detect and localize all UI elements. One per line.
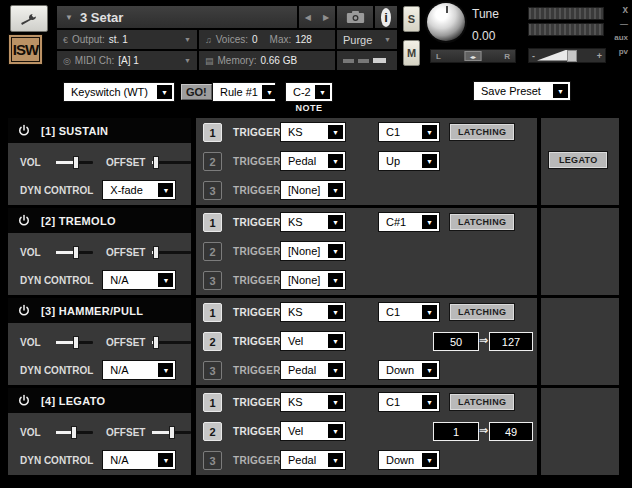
trigger-type-dropdown[interactable]: KS▼ (280, 212, 346, 232)
mute-button[interactable]: M (403, 40, 420, 66)
go-button[interactable]: GO! (181, 84, 212, 100)
pv-toggle[interactable]: pv (600, 45, 628, 59)
vol-slider[interactable] (56, 161, 93, 164)
vol-slider-handle[interactable] (73, 156, 79, 169)
latching-button[interactable]: LATCHING (450, 394, 514, 410)
vel-min-value[interactable]: 50 (433, 332, 479, 351)
articulation-right-panel (541, 388, 619, 475)
save-preset-dropdown[interactable]: Save Preset ▼ (473, 81, 571, 101)
info-section[interactable]: i (375, 6, 397, 28)
trigger-type-dropdown[interactable]: [None]▼ (280, 241, 346, 261)
vol-slider[interactable] (56, 251, 93, 254)
trigger-pedal-dropdown[interactable]: Down▼ (378, 360, 440, 380)
snapshot-section[interactable] (337, 6, 373, 28)
memory-value: 0.66 GB (260, 55, 297, 66)
trigger-type-dropdown[interactable]: Pedal▼ (280, 151, 346, 171)
trigger-pedal-dropdown[interactable]: Down▼ (378, 450, 440, 470)
midi-channel-selector[interactable]: ◎ MIDI Ch: [A] 1 ▼ (57, 51, 197, 70)
instrument-title-bar[interactable]: ▼ 3 Setar (57, 6, 297, 28)
trigger-type-dropdown-value: Vel (283, 335, 328, 347)
vel-min-value[interactable]: 1 (433, 422, 479, 441)
pan-handle[interactable]: ◂▸ (465, 51, 482, 61)
latching-button[interactable]: LATCHING (450, 124, 514, 140)
trigger-type-dropdown[interactable]: KS▼ (280, 122, 346, 142)
note-dropdown[interactable]: C-2 ▼ (285, 82, 333, 102)
vol-slider-handle[interactable] (73, 246, 79, 259)
prev-instrument-button[interactable]: ◀ (305, 13, 311, 22)
offset-slider[interactable] (152, 251, 191, 254)
dyn-control-dropdown[interactable]: X-fade▼ (102, 180, 176, 200)
power-button[interactable] (18, 214, 30, 227)
latching-button[interactable]: LATCHING (450, 214, 514, 230)
next-instrument-button[interactable]: ▶ (323, 13, 329, 22)
purge-menu[interactable]: Purge ▼ (337, 30, 397, 49)
power-button[interactable] (18, 304, 30, 317)
trigger-select-button[interactable]: 1 (203, 303, 222, 322)
minimize-button[interactable]: — (600, 17, 628, 31)
volume-handle[interactable] (567, 50, 577, 62)
trigger-select-button[interactable]: 2 (203, 152, 222, 171)
trigger-select-button[interactable]: 2 (203, 242, 222, 261)
trigger-type-dropdown[interactable]: Pedal▼ (280, 360, 346, 380)
trigger-select-button[interactable]: 1 (203, 123, 222, 142)
power-button[interactable] (18, 124, 30, 137)
trigger-select-button[interactable]: 2 (203, 332, 222, 351)
trigger-select-button[interactable]: 1 (203, 393, 222, 412)
dyn-control-label: DYN CONTROL (20, 365, 93, 376)
max-value: 128 (295, 34, 312, 45)
offset-slider[interactable] (152, 431, 191, 434)
vol-slider[interactable] (56, 431, 93, 434)
trigger-pedal-dropdown[interactable]: Up▼ (378, 151, 440, 171)
pan-slider[interactable]: L ◂▸ R (430, 49, 516, 63)
trigger-note-dropdown[interactable]: C1▼ (378, 392, 440, 412)
trigger-type-dropdown[interactable]: KS▼ (280, 302, 346, 322)
close-button[interactable]: x (600, 3, 628, 17)
offset-slider-handle[interactable] (153, 246, 159, 259)
volume-slider[interactable]: - + (528, 48, 606, 63)
volume-track[interactable] (537, 50, 595, 62)
offset-slider-handle[interactable] (153, 156, 159, 169)
dyn-control-dropdown[interactable]: N/A▼ (102, 360, 176, 380)
trigger-select-button[interactable]: 2 (203, 422, 222, 441)
trigger-type-dropdown[interactable]: [None]▼ (280, 180, 346, 200)
trigger-select-button[interactable]: 1 (203, 213, 222, 232)
trigger-note-dropdown[interactable]: C1▼ (378, 122, 440, 142)
trigger-select-button[interactable]: 3 (203, 181, 222, 200)
trigger-note-dropdown[interactable]: C#1▼ (378, 212, 440, 232)
keyswitch-mode-dropdown[interactable]: Keyswitch (WT) ▼ (63, 82, 175, 102)
vol-slider[interactable] (56, 341, 93, 344)
tune-knob[interactable] (427, 3, 465, 41)
offset-slider-handle[interactable] (169, 426, 175, 439)
rule-dropdown[interactable]: Rule #1 ▼ (212, 82, 276, 102)
latching-button[interactable]: LATCHING (450, 304, 514, 320)
edit-wrench-button[interactable] (10, 5, 48, 32)
articulation-right-panel (541, 298, 619, 385)
trigger-select-button[interactable]: 3 (203, 361, 222, 380)
legato-button[interactable]: LEGATO (549, 152, 607, 168)
aux-toggle[interactable]: aux (600, 31, 628, 45)
vol-slider-handle[interactable] (71, 426, 77, 439)
solo-button[interactable]: S (403, 6, 420, 32)
dyn-control-dropdown[interactable]: N/A▼ (102, 270, 176, 290)
trigger-type-dropdown[interactable]: Vel▼ (280, 421, 346, 441)
dyn-control-dropdown[interactable]: N/A▼ (102, 450, 176, 470)
offset-label: OFFSET (106, 337, 145, 348)
offset-slider-handle[interactable] (153, 336, 159, 349)
vel-max-value[interactable]: 49 (489, 422, 533, 441)
trigger-type-dropdown[interactable]: Vel▼ (280, 331, 346, 351)
trigger-select-button[interactable]: 3 (203, 271, 222, 290)
vol-slider-handle[interactable] (73, 336, 79, 349)
output-selector[interactable]: € Output: st. 1 ▼ (57, 30, 197, 49)
power-button[interactable] (18, 394, 30, 407)
dropdown-arrow-icon: ▼ (328, 453, 343, 467)
trigger-select-button[interactable]: 3 (203, 451, 222, 470)
trigger-type-dropdown[interactable]: [None]▼ (280, 270, 346, 290)
offset-slider[interactable] (152, 341, 191, 344)
vel-max-value[interactable]: 127 (489, 332, 533, 351)
trigger-label: TRIGGER (233, 275, 281, 286)
articulation-list: [1] SUSTAINVOLOFFSETDYN CONTROLX-fade▼1T… (0, 118, 632, 478)
trigger-type-dropdown[interactable]: KS▼ (280, 392, 346, 412)
trigger-type-dropdown[interactable]: Pedal▼ (280, 450, 346, 470)
trigger-note-dropdown[interactable]: C1▼ (378, 302, 440, 322)
offset-slider[interactable] (152, 161, 191, 164)
